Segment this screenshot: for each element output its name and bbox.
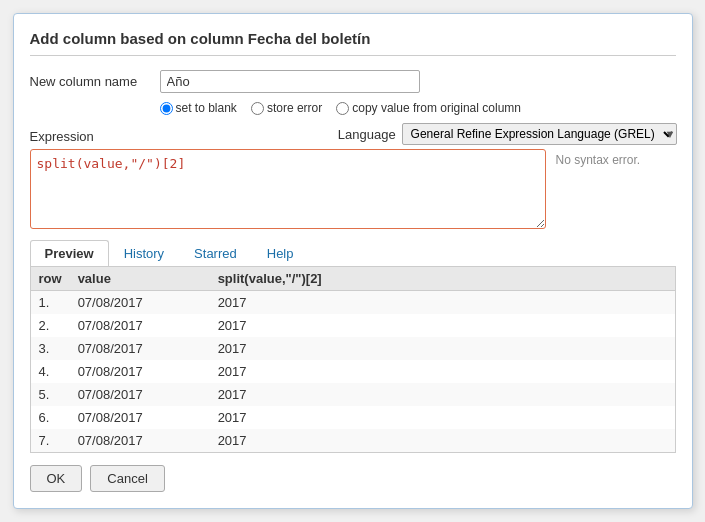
dialog-title: Add column based on column Fecha del bol… — [30, 30, 676, 56]
footer-buttons: OK Cancel — [30, 465, 676, 492]
expression-header-row: Expression Language General Refine Expre… — [30, 123, 676, 145]
cell-row-num: 6. — [31, 406, 70, 429]
cell-row-num: 4. — [31, 360, 70, 383]
cell-result: 2017 — [210, 337, 675, 360]
cell-result: 2017 — [210, 429, 675, 452]
language-label: Language — [338, 127, 396, 142]
table-row: 1. 07/08/2017 2017 — [31, 291, 675, 315]
table-row: 2. 07/08/2017 2017 — [31, 314, 675, 337]
cell-value: 07/08/2017 — [70, 383, 210, 406]
expression-section: split(value,"/")[2] No syntax error. — [30, 149, 676, 232]
table-header-row: row value split(value,"/")[2] — [31, 267, 675, 291]
table-row: 3. 07/08/2017 2017 — [31, 337, 675, 360]
radio-store-error[interactable]: store error — [251, 101, 322, 115]
preview-table-wrapper: row value split(value,"/")[2] 1. 07/08/2… — [30, 267, 676, 453]
error-handling-radio-group: set to blank store error copy value from… — [160, 101, 676, 115]
cell-result: 2017 — [210, 406, 675, 429]
cell-row-num: 5. — [31, 383, 70, 406]
col-header-result: split(value,"/")[2] — [210, 267, 675, 291]
table-row: 7. 07/08/2017 2017 — [31, 429, 675, 452]
cell-value: 07/08/2017 — [70, 337, 210, 360]
cell-value: 07/08/2017 — [70, 314, 210, 337]
table-row: 4. 07/08/2017 2017 — [31, 360, 675, 383]
cell-value: 07/08/2017 — [70, 406, 210, 429]
new-column-label: New column name — [30, 74, 160, 89]
new-column-input[interactable] — [160, 70, 420, 93]
ok-button[interactable]: OK — [30, 465, 83, 492]
tab-starred[interactable]: Starred — [179, 240, 252, 266]
cell-result: 2017 — [210, 291, 675, 315]
radio-copy-value[interactable]: copy value from original column — [336, 101, 521, 115]
tabs-bar: Preview History Starred Help — [30, 240, 676, 267]
cell-row-num: 3. — [31, 337, 70, 360]
cell-row-num: 2. — [31, 314, 70, 337]
cell-value: 07/08/2017 — [70, 360, 210, 383]
cell-row-num: 7. — [31, 429, 70, 452]
tab-help[interactable]: Help — [252, 240, 309, 266]
cell-result: 2017 — [210, 383, 675, 406]
preview-tbody: 1. 07/08/2017 2017 2. 07/08/2017 2017 3.… — [31, 291, 675, 453]
radio-set-to-blank[interactable]: set to blank — [160, 101, 237, 115]
tab-preview[interactable]: Preview — [30, 240, 109, 266]
language-select[interactable]: General Refine Expression Language (GREL… — [402, 123, 677, 145]
tab-history[interactable]: History — [109, 240, 179, 266]
table-row: 6. 07/08/2017 2017 — [31, 406, 675, 429]
cell-result: 2017 — [210, 360, 675, 383]
add-column-dialog: Add column based on column Fecha del bol… — [13, 13, 693, 509]
expression-textarea-wrapper: split(value,"/")[2] — [30, 149, 546, 232]
cell-row-num: 1. — [31, 291, 70, 315]
expression-textarea[interactable]: split(value,"/")[2] — [30, 149, 546, 229]
syntax-status: No syntax error. — [556, 149, 676, 232]
language-block: Language General Refine Expression Langu… — [110, 123, 676, 145]
col-header-value: value — [70, 267, 210, 291]
cell-value: 07/08/2017 — [70, 429, 210, 452]
new-column-name-row: New column name — [30, 70, 676, 93]
col-header-row: row — [31, 267, 70, 291]
table-row: 5. 07/08/2017 2017 — [31, 383, 675, 406]
cell-result: 2017 — [210, 314, 675, 337]
preview-table: row value split(value,"/")[2] 1. 07/08/2… — [31, 267, 675, 452]
cancel-button[interactable]: Cancel — [90, 465, 164, 492]
expression-label: Expression — [30, 125, 110, 144]
cell-value: 07/08/2017 — [70, 291, 210, 315]
